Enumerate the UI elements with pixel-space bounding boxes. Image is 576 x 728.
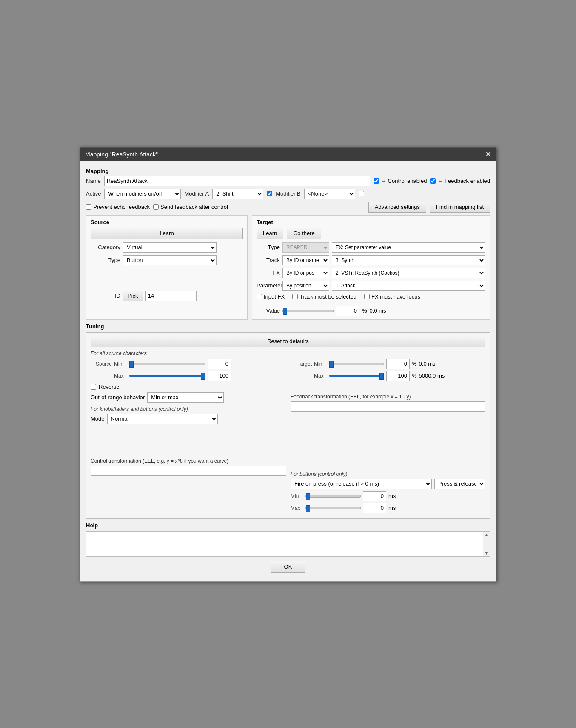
value-slider-track[interactable] — [282, 310, 334, 312]
ctrl-transform-section: Control transformation (EEL, e.g. y = x^… — [91, 458, 286, 476]
advanced-settings-button[interactable]: Advanced settings — [368, 202, 426, 213]
prevent-echo-label: Prevent echo feedback — [93, 204, 150, 210]
ctrl-transform-input[interactable] — [91, 466, 286, 476]
fx-must-have-focus-label: FX must have focus — [371, 293, 420, 300]
btn-max-input[interactable] — [363, 503, 386, 513]
source-title: Source — [91, 219, 243, 225]
category-select[interactable]: Virtual MIDI OSC Keyboard — [123, 242, 217, 253]
track-value-select[interactable]: 3. Synth 1. Master 2. Guitar — [332, 255, 485, 265]
prevent-echo-checkbox[interactable] — [86, 204, 91, 210]
id-row: ID Pick — [91, 291, 243, 301]
target-fx-row: FX By ID or pos By name By position 2. V… — [257, 268, 485, 278]
help-scrollbar[interactable]: ▲ ▼ — [483, 532, 490, 556]
modifier-a-select[interactable]: 2. Shift None 1. Ctrl 3. Alt — [212, 189, 263, 199]
target-max-slider[interactable] — [329, 375, 384, 377]
source-max-slider[interactable] — [129, 375, 205, 377]
track-must-be-selected-wrapper: Track must be selected — [292, 293, 356, 300]
input-fx-label: Input FX — [264, 293, 285, 300]
feedback-enabled-checkbox[interactable] — [430, 178, 436, 184]
pick-button[interactable]: Pick — [123, 291, 143, 301]
source-max-input[interactable] — [208, 371, 231, 381]
category-row: Category Virtual MIDI OSC Keyboard — [91, 242, 243, 253]
btn-min-input[interactable] — [363, 491, 386, 501]
target-min-input[interactable] — [386, 359, 410, 369]
target-max-ms: 5000.0 ms — [419, 373, 445, 379]
target-reaper-select[interactable]: REAPER — [282, 242, 329, 253]
btn-min-row: Min ms — [291, 491, 485, 501]
value-percent: % — [362, 307, 367, 314]
value-ms: 0.0 ms — [370, 307, 386, 314]
target-max-label: Max — [314, 373, 327, 379]
target-max-input[interactable] — [386, 371, 410, 381]
fx-by-select[interactable]: By ID or pos By name By position — [282, 268, 329, 278]
track-must-be-selected-label: Track must be selected — [299, 293, 356, 300]
id-input[interactable] — [145, 291, 197, 301]
go-there-button[interactable]: Go there — [287, 228, 321, 239]
source-type-select[interactable]: Button Knob Fader — [123, 255, 217, 265]
fx-value-select[interactable]: 2. VSTi: ReaSynth (Cockos) 1. VSTi: Othe… — [332, 268, 485, 278]
modifier-a-checkbox[interactable] — [267, 191, 272, 196]
active-select[interactable]: When modifiers on/off Always Never — [104, 189, 181, 199]
input-fx-checkbox[interactable] — [257, 294, 262, 299]
target-max-percent: % — [412, 373, 417, 379]
modifier-a-checkbox-wrapper — [267, 191, 272, 196]
target-type-select[interactable]: FX: Set parameter value Track: Volume Tr… — [332, 242, 485, 253]
target-min-ms: 0.0 ms — [419, 361, 436, 367]
fx-must-have-focus-checkbox[interactable] — [364, 294, 370, 299]
control-enabled-checkbox[interactable] — [374, 178, 379, 184]
mode-row: Mode Normal Relative Incremental — [91, 414, 286, 424]
target-fx-label: FX — [257, 270, 280, 276]
btn-max-slider[interactable] — [305, 507, 361, 509]
target-learn-button[interactable]: Learn — [257, 228, 283, 239]
reset-defaults-button[interactable]: Reset to defaults — [91, 336, 485, 347]
target-min-row: Target Min % 0.0 ms — [291, 359, 485, 369]
source-min-slider[interactable] — [129, 363, 205, 365]
find-in-mapping-button[interactable]: Find in mapping list — [430, 202, 490, 213]
for-buttons-title: For buttons (control only) — [291, 471, 485, 477]
close-button[interactable]: ✕ — [485, 151, 491, 158]
tuning-right: Target Min % 0.0 ms Max — [291, 359, 485, 515]
help-section: ▲ ▼ — [86, 531, 490, 557]
press-release-select[interactable]: Press & release Press only Release only — [434, 479, 485, 489]
modifier-b-select[interactable]: <None> 1. Ctrl 2. Shift 3. Alt — [304, 189, 355, 199]
ctrl-transform-label: Control transformation (EEL, e.g. y = x^… — [91, 458, 286, 464]
name-input[interactable] — [104, 176, 370, 186]
fx-must-have-focus-wrapper: FX must have focus — [364, 293, 420, 300]
source-min-input[interactable] — [208, 359, 231, 369]
parameter-by-select[interactable]: By position By name — [282, 281, 329, 291]
control-enabled-wrapper: → Control enabled — [374, 178, 427, 184]
track-by-select[interactable]: By ID or name By position By ID — [282, 255, 329, 265]
target-checkboxes-row: Input FX Track must be selected FX must … — [257, 293, 485, 300]
mode-label: Mode — [91, 415, 105, 422]
title-bar: Mapping "ReaSynth Attack" ✕ — [80, 148, 496, 161]
source-label: Source — [91, 361, 112, 367]
target-min-slider[interactable] — [329, 363, 384, 365]
feedback-enabled-wrapper: ← Feedback enabled — [430, 178, 490, 184]
track-must-be-selected-checkbox[interactable] — [292, 294, 298, 299]
parameter-value-select[interactable]: 1. Attack 2. Decay 3. Sustain — [332, 281, 485, 291]
reverse-checkbox[interactable] — [91, 384, 96, 390]
btn-min-unit: ms — [388, 493, 396, 499]
scroll-up-arrow[interactable]: ▲ — [483, 532, 490, 538]
fire-select[interactable]: Fire on press (or release if > 0 ms) Fir… — [291, 479, 432, 489]
target-track-label: Track — [257, 257, 280, 263]
source-max-row: Max — [91, 371, 286, 381]
send-feedback-label: Send feedback after control — [160, 204, 228, 210]
source-learn-button[interactable]: Learn — [91, 228, 243, 239]
modifier-b-checkbox[interactable] — [359, 191, 364, 196]
mode-select[interactable]: Normal Relative Incremental — [107, 414, 218, 424]
for-buttons-section: For buttons (control only) Fire on press… — [291, 471, 485, 513]
scroll-down-arrow[interactable]: ▼ — [483, 550, 490, 556]
send-feedback-checkbox[interactable] — [153, 204, 159, 210]
send-feedback-wrapper: Send feedback after control — [153, 204, 228, 210]
oor-select[interactable]: Min or max Wrap Ignore — [147, 392, 224, 403]
btn-min-slider[interactable] — [305, 495, 361, 498]
feedback-transform-input[interactable] — [291, 401, 485, 412]
knobs-section-title: For knobs/faders and buttons (control on… — [91, 406, 286, 412]
reverse-label: Reverse — [99, 384, 119, 390]
value-input[interactable] — [336, 306, 359, 316]
source-target-container: Source Learn Category Virtual MIDI OSC K… — [86, 215, 490, 320]
ok-button[interactable]: OK — [271, 561, 305, 573]
oor-row: Out-of-range behavior Min or max Wrap Ig… — [91, 392, 286, 403]
source-max-label: Max — [114, 373, 127, 379]
